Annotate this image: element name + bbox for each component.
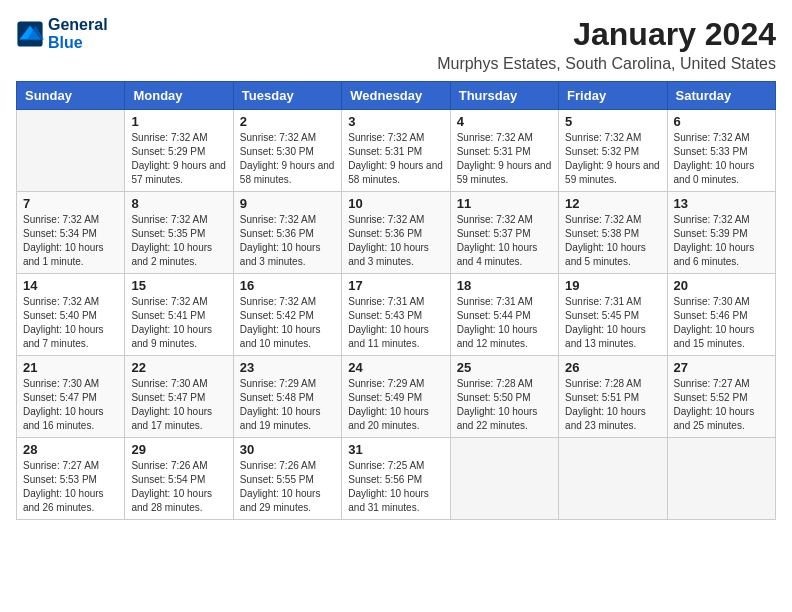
- day-info: Sunrise: 7:28 AMSunset: 5:50 PMDaylight:…: [457, 377, 552, 433]
- day-number: 23: [240, 360, 335, 375]
- calendar-header-sunday: Sunday: [17, 82, 125, 110]
- calendar-cell: 16Sunrise: 7:32 AMSunset: 5:42 PMDayligh…: [233, 274, 341, 356]
- day-info: Sunrise: 7:30 AMSunset: 5:47 PMDaylight:…: [131, 377, 226, 433]
- day-info: Sunrise: 7:32 AMSunset: 5:36 PMDaylight:…: [348, 213, 443, 269]
- day-info: Sunrise: 7:32 AMSunset: 5:34 PMDaylight:…: [23, 213, 118, 269]
- day-number: 14: [23, 278, 118, 293]
- day-number: 16: [240, 278, 335, 293]
- day-number: 15: [131, 278, 226, 293]
- day-number: 26: [565, 360, 660, 375]
- day-info: Sunrise: 7:32 AMSunset: 5:41 PMDaylight:…: [131, 295, 226, 351]
- calendar-cell: [559, 438, 667, 520]
- day-info: Sunrise: 7:31 AMSunset: 5:44 PMDaylight:…: [457, 295, 552, 351]
- calendar-cell: 31Sunrise: 7:25 AMSunset: 5:56 PMDayligh…: [342, 438, 450, 520]
- day-info: Sunrise: 7:32 AMSunset: 5:31 PMDaylight:…: [457, 131, 552, 187]
- title-section: January 2024 Murphys Estates, South Caro…: [437, 16, 776, 73]
- calendar-cell: 7Sunrise: 7:32 AMSunset: 5:34 PMDaylight…: [17, 192, 125, 274]
- day-number: 28: [23, 442, 118, 457]
- day-info: Sunrise: 7:27 AMSunset: 5:52 PMDaylight:…: [674, 377, 769, 433]
- calendar-cell: 2Sunrise: 7:32 AMSunset: 5:30 PMDaylight…: [233, 110, 341, 192]
- logo-icon: [16, 20, 44, 48]
- calendar-cell: 6Sunrise: 7:32 AMSunset: 5:33 PMDaylight…: [667, 110, 775, 192]
- calendar-cell: 21Sunrise: 7:30 AMSunset: 5:47 PMDayligh…: [17, 356, 125, 438]
- logo: General Blue: [16, 16, 108, 52]
- calendar-header-tuesday: Tuesday: [233, 82, 341, 110]
- calendar-week-row: 28Sunrise: 7:27 AMSunset: 5:53 PMDayligh…: [17, 438, 776, 520]
- day-info: Sunrise: 7:29 AMSunset: 5:48 PMDaylight:…: [240, 377, 335, 433]
- calendar-cell: 10Sunrise: 7:32 AMSunset: 5:36 PMDayligh…: [342, 192, 450, 274]
- day-number: 29: [131, 442, 226, 457]
- calendar-cell: 19Sunrise: 7:31 AMSunset: 5:45 PMDayligh…: [559, 274, 667, 356]
- day-info: Sunrise: 7:32 AMSunset: 5:30 PMDaylight:…: [240, 131, 335, 187]
- calendar-header-monday: Monday: [125, 82, 233, 110]
- calendar-cell: 5Sunrise: 7:32 AMSunset: 5:32 PMDaylight…: [559, 110, 667, 192]
- day-info: Sunrise: 7:28 AMSunset: 5:51 PMDaylight:…: [565, 377, 660, 433]
- day-info: Sunrise: 7:32 AMSunset: 5:35 PMDaylight:…: [131, 213, 226, 269]
- calendar-header-row: SundayMondayTuesdayWednesdayThursdayFrid…: [17, 82, 776, 110]
- day-number: 31: [348, 442, 443, 457]
- day-number: 7: [23, 196, 118, 211]
- day-info: Sunrise: 7:31 AMSunset: 5:43 PMDaylight:…: [348, 295, 443, 351]
- day-number: 22: [131, 360, 226, 375]
- calendar-cell: 28Sunrise: 7:27 AMSunset: 5:53 PMDayligh…: [17, 438, 125, 520]
- day-info: Sunrise: 7:27 AMSunset: 5:53 PMDaylight:…: [23, 459, 118, 515]
- day-number: 24: [348, 360, 443, 375]
- day-info: Sunrise: 7:32 AMSunset: 5:32 PMDaylight:…: [565, 131, 660, 187]
- day-number: 8: [131, 196, 226, 211]
- calendar-week-row: 21Sunrise: 7:30 AMSunset: 5:47 PMDayligh…: [17, 356, 776, 438]
- calendar-header-wednesday: Wednesday: [342, 82, 450, 110]
- day-info: Sunrise: 7:32 AMSunset: 5:38 PMDaylight:…: [565, 213, 660, 269]
- calendar-table: SundayMondayTuesdayWednesdayThursdayFrid…: [16, 81, 776, 520]
- calendar-cell: [667, 438, 775, 520]
- calendar-cell: 22Sunrise: 7:30 AMSunset: 5:47 PMDayligh…: [125, 356, 233, 438]
- calendar-cell: 9Sunrise: 7:32 AMSunset: 5:36 PMDaylight…: [233, 192, 341, 274]
- calendar-header-friday: Friday: [559, 82, 667, 110]
- day-number: 27: [674, 360, 769, 375]
- calendar-cell: 3Sunrise: 7:32 AMSunset: 5:31 PMDaylight…: [342, 110, 450, 192]
- calendar-cell: 14Sunrise: 7:32 AMSunset: 5:40 PMDayligh…: [17, 274, 125, 356]
- page-title: January 2024: [437, 16, 776, 53]
- page-subtitle: Murphys Estates, South Carolina, United …: [437, 55, 776, 73]
- calendar-cell: 25Sunrise: 7:28 AMSunset: 5:50 PMDayligh…: [450, 356, 558, 438]
- day-number: 30: [240, 442, 335, 457]
- calendar-week-row: 1Sunrise: 7:32 AMSunset: 5:29 PMDaylight…: [17, 110, 776, 192]
- calendar-cell: 20Sunrise: 7:30 AMSunset: 5:46 PMDayligh…: [667, 274, 775, 356]
- day-number: 21: [23, 360, 118, 375]
- calendar-cell: 12Sunrise: 7:32 AMSunset: 5:38 PMDayligh…: [559, 192, 667, 274]
- calendar-cell: 24Sunrise: 7:29 AMSunset: 5:49 PMDayligh…: [342, 356, 450, 438]
- day-info: Sunrise: 7:26 AMSunset: 5:54 PMDaylight:…: [131, 459, 226, 515]
- day-info: Sunrise: 7:32 AMSunset: 5:29 PMDaylight:…: [131, 131, 226, 187]
- day-info: Sunrise: 7:32 AMSunset: 5:33 PMDaylight:…: [674, 131, 769, 187]
- day-number: 17: [348, 278, 443, 293]
- logo-text: General Blue: [48, 16, 108, 52]
- day-number: 18: [457, 278, 552, 293]
- day-number: 25: [457, 360, 552, 375]
- day-number: 9: [240, 196, 335, 211]
- calendar-cell: 30Sunrise: 7:26 AMSunset: 5:55 PMDayligh…: [233, 438, 341, 520]
- calendar-cell: 13Sunrise: 7:32 AMSunset: 5:39 PMDayligh…: [667, 192, 775, 274]
- day-number: 4: [457, 114, 552, 129]
- day-number: 3: [348, 114, 443, 129]
- calendar-cell: 29Sunrise: 7:26 AMSunset: 5:54 PMDayligh…: [125, 438, 233, 520]
- calendar-week-row: 7Sunrise: 7:32 AMSunset: 5:34 PMDaylight…: [17, 192, 776, 274]
- day-info: Sunrise: 7:30 AMSunset: 5:46 PMDaylight:…: [674, 295, 769, 351]
- day-info: Sunrise: 7:29 AMSunset: 5:49 PMDaylight:…: [348, 377, 443, 433]
- calendar-cell: 15Sunrise: 7:32 AMSunset: 5:41 PMDayligh…: [125, 274, 233, 356]
- calendar-week-row: 14Sunrise: 7:32 AMSunset: 5:40 PMDayligh…: [17, 274, 776, 356]
- day-number: 19: [565, 278, 660, 293]
- calendar-cell: 23Sunrise: 7:29 AMSunset: 5:48 PMDayligh…: [233, 356, 341, 438]
- day-info: Sunrise: 7:25 AMSunset: 5:56 PMDaylight:…: [348, 459, 443, 515]
- day-number: 2: [240, 114, 335, 129]
- day-number: 13: [674, 196, 769, 211]
- header: General Blue January 2024 Murphys Estate…: [16, 16, 776, 73]
- day-number: 10: [348, 196, 443, 211]
- calendar-header-saturday: Saturday: [667, 82, 775, 110]
- calendar-cell: [17, 110, 125, 192]
- page-container: General Blue January 2024 Murphys Estate…: [16, 16, 776, 520]
- calendar-cell: 11Sunrise: 7:32 AMSunset: 5:37 PMDayligh…: [450, 192, 558, 274]
- day-info: Sunrise: 7:32 AMSunset: 5:40 PMDaylight:…: [23, 295, 118, 351]
- calendar-header-thursday: Thursday: [450, 82, 558, 110]
- day-number: 20: [674, 278, 769, 293]
- calendar-cell: 1Sunrise: 7:32 AMSunset: 5:29 PMDaylight…: [125, 110, 233, 192]
- day-number: 12: [565, 196, 660, 211]
